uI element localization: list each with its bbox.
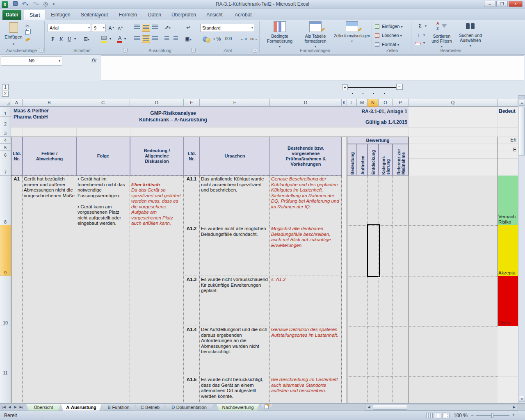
paste-button[interactable]: Einfügen ▾	[4, 22, 23, 46]
currency-icon[interactable]: ▾	[203, 36, 212, 43]
horizontal-scrollbar[interactable]: ◀ ▶	[365, 404, 518, 411]
restore-button[interactable]: ❐	[496, 1, 508, 7]
vertical-scroll-thumb[interactable]	[519, 107, 525, 156]
tab-einfuegen[interactable]: Einfügen	[48, 10, 74, 20]
tab-acrobat[interactable]: Acrobat	[230, 10, 257, 20]
risk-cell-red[interactable]: Risiko	[498, 276, 518, 326]
vertical-split-handle[interactable]	[518, 95, 525, 99]
scroll-up-icon[interactable]: ▲	[519, 100, 525, 106]
sheet-tab-b-funktion[interactable]: B-Funktion	[102, 404, 135, 411]
header-ursachen[interactable]: Ursachen	[200, 137, 270, 176]
header-rot-kategorisierung[interactable]: Kategori- sierung	[379, 144, 393, 176]
cell-a12-id[interactable]: A1.2	[184, 225, 200, 276]
number-dialog-launcher-icon[interactable]: ↘	[253, 48, 257, 52]
q-column-cells[interactable]	[409, 176, 498, 403]
clipboard-dialog-launcher-icon[interactable]: ↘	[39, 48, 43, 52]
font-family-select[interactable]: Arial▾	[48, 24, 91, 32]
selection-box-n9[interactable]	[367, 224, 380, 277]
shrink-font-icon[interactable]: A▼	[116, 24, 125, 32]
increase-decimal-icon[interactable]: ←.0	[239, 35, 249, 43]
tab-start[interactable]: Start	[24, 10, 46, 20]
col-header-o[interactable]: O	[379, 99, 393, 107]
sheet-tab-a-ausruestung[interactable]: A-Ausrüstung	[61, 404, 102, 411]
cell-a11-id[interactable]: A1.1	[184, 176, 200, 225]
first-sheet-icon[interactable]: |◀	[1, 404, 7, 410]
row-header-1[interactable]: 1	[0, 107, 11, 117]
row-header-9[interactable]: 9	[0, 225, 11, 276]
row-header-3[interactable]: 3	[0, 127, 11, 137]
insert-worksheet-icon[interactable]	[261, 404, 272, 411]
row-header-12[interactable]	[0, 376, 11, 403]
file-tab[interactable]: Datei	[2, 10, 21, 20]
cell-a11-ursache[interactable]: Das anfallende Kühlgut wurde nicht ausre…	[200, 176, 270, 225]
merge-center-icon[interactable]: ▣▾	[183, 35, 194, 43]
delete-cells-button[interactable]: Löschen ▾	[375, 31, 410, 39]
cell-a1-id[interactable]: A1	[11, 176, 23, 403]
cell-a13-ursache[interactable]: Es wurde nicht vorausschauend für zukünf…	[200, 276, 270, 326]
tab-daten[interactable]: Daten	[143, 10, 167, 20]
bewertung-cells[interactable]	[347, 176, 409, 403]
close-button[interactable]: ×	[509, 1, 523, 7]
align-center-icon[interactable]	[142, 35, 150, 43]
font-size-select[interactable]: 9▾	[92, 24, 106, 32]
header-lfd-nr[interactable]: Lfd. Nr.	[11, 137, 23, 176]
sort-filter-button[interactable]: A Z Sortieren und Filtern▾	[429, 21, 454, 52]
bold-button[interactable]: F	[49, 35, 57, 43]
underline-button[interactable]: U	[66, 35, 73, 43]
header-rot-referenz[interactable]: Referenz zur Maßnahme	[393, 144, 409, 176]
sheet-tab-d-dokumentation[interactable]: D-Dokumentation	[165, 404, 213, 411]
align-right-icon[interactable]	[151, 35, 159, 43]
fill-handle[interactable]	[379, 276, 381, 278]
italic-button[interactable]: K	[57, 35, 65, 43]
col-header-q[interactable]: Q	[409, 99, 498, 107]
font-dialog-launcher-icon[interactable]: ↘	[123, 48, 128, 52]
fill-color-icon[interactable]	[101, 36, 107, 43]
prev-sheet-icon[interactable]: ◀	[7, 404, 12, 410]
page-break-view-icon[interactable]	[442, 413, 450, 418]
cell-a11-massnahme[interactable]: Genaue Beschreibung der Kühlaufgabe und …	[270, 176, 342, 225]
minimize-button[interactable]: –	[484, 1, 495, 7]
cell-a1-folge[interactable]: • Gerät hat im Innenbereich nicht das no…	[76, 176, 130, 403]
conditional-formatting-button[interactable]: Bedingte Formatierung▾	[262, 21, 297, 52]
cell-a14-massnahme[interactable]: Genaue Definition des späteren Aufstellu…	[270, 326, 342, 376]
copy-icon[interactable]	[25, 30, 29, 35]
cell-a15-massnahme[interactable]: Bei Beschreibung im Lastenheft auch alte…	[270, 376, 342, 403]
row-header-10[interactable]: 10	[0, 276, 11, 326]
fill-color-caret-icon[interactable]: ▾	[108, 35, 112, 43]
col-header-k[interactable]: K	[342, 99, 347, 107]
row-header-11[interactable]: 11	[0, 326, 11, 376]
row-header-6[interactable]: 6	[0, 151, 11, 158]
clear-icon[interactable]	[414, 42, 421, 45]
sheet-tab-uebersicht[interactable]: Übersicht	[26, 404, 61, 411]
cell-styles-button[interactable]: Zellenformatvorlagen▾	[333, 21, 371, 52]
fill-icon[interactable]: ↓	[414, 31, 422, 39]
cell-a12-massnahme[interactable]: Möglichst alle denkbaren Beladungsfälle …	[270, 225, 342, 276]
font-color-caret-icon[interactable]: ▾	[123, 35, 127, 43]
alignment-dialog-launcher-icon[interactable]: ↘	[191, 48, 196, 52]
last-sheet-icon[interactable]: ▶|	[18, 404, 24, 410]
outline-collapse-icon[interactable]: −	[396, 84, 403, 90]
risk-cell-yellow[interactable]: Akzepta	[498, 225, 518, 276]
cell-a15-id[interactable]: A1.5	[184, 376, 200, 403]
sheet-tab-c-betrieb[interactable]: C-Betrieb	[135, 404, 165, 411]
horizontal-scroll-thumb[interactable]	[373, 405, 407, 410]
grow-font-icon[interactable]: A▲	[107, 24, 116, 32]
cell-a13-massnahme[interactable]: s. A1.2	[270, 276, 342, 326]
cell-a14-ursache[interactable]: Der Aufstellungsort und die sich daraus …	[200, 326, 270, 376]
align-bottom-icon[interactable]	[151, 24, 159, 32]
format-as-table-button[interactable]: Als Tabelle formatieren▾	[299, 21, 332, 52]
decrease-indent-icon[interactable]	[162, 35, 171, 43]
col-header-p[interactable]: P	[393, 99, 409, 107]
number-format-select[interactable]: Standard▾	[200, 24, 254, 32]
cell-a15-ursache[interactable]: Es wurde nicht berücksichtigt, dass das …	[200, 376, 270, 403]
scroll-left-icon[interactable]: ◀	[366, 404, 372, 410]
col-header-d[interactable]: D	[130, 99, 184, 107]
cell-a1-bedeutung[interactable]: Eher kritisch Da das Gerät so spezifizie…	[130, 176, 184, 403]
header-folge[interactable]: Folge	[76, 137, 130, 176]
align-left-icon[interactable]	[133, 35, 141, 43]
cell-a14-id[interactable]: A1.4	[184, 326, 200, 376]
zoom-out-icon[interactable]: −	[471, 412, 474, 418]
cell-a1-fehler[interactable]: Gerät hat bezüglich innerer und äußerer …	[23, 176, 76, 403]
scroll-down-icon[interactable]: ▼	[519, 396, 525, 402]
format-painter-icon[interactable]	[25, 38, 30, 42]
